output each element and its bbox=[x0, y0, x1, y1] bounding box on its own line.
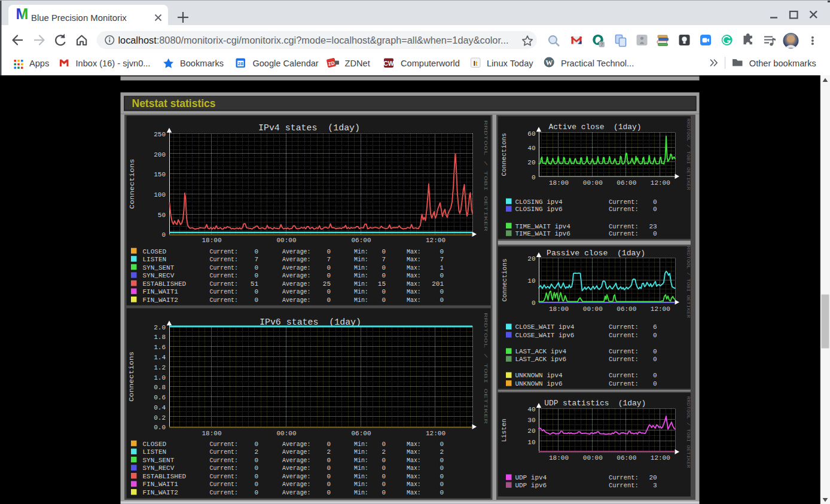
svg-text:IPv6 states (1day): IPv6 states (1day) bbox=[260, 317, 361, 327]
svg-text:0: 0 bbox=[326, 441, 331, 448]
svg-text:1.6: 1.6 bbox=[154, 344, 166, 351]
svg-text:Average:: Average: bbox=[282, 297, 311, 304]
svg-text:2.0: 2.0 bbox=[154, 324, 166, 331]
svg-text:7: 7 bbox=[254, 256, 258, 263]
svg-text:Apps: Apps bbox=[29, 59, 49, 68]
svg-text:Max:: Max: bbox=[407, 248, 421, 255]
svg-text:0: 0 bbox=[653, 380, 657, 387]
svg-text:Current:: Current: bbox=[609, 372, 639, 379]
svg-text:0: 0 bbox=[382, 457, 386, 464]
svg-text:06:00: 06:00 bbox=[351, 430, 371, 437]
svg-text:250: 250 bbox=[154, 131, 166, 138]
svg-text:Min:: Min: bbox=[354, 280, 368, 288]
svg-text:10: 10 bbox=[527, 439, 535, 446]
svg-text:Average:: Average: bbox=[282, 481, 311, 488]
svg-text:Current:: Current: bbox=[609, 206, 639, 213]
svg-text:LAST_ACK ipv6: LAST_ACK ipv6 bbox=[515, 356, 566, 363]
svg-text:W: W bbox=[545, 59, 553, 67]
svg-text:0: 0 bbox=[382, 441, 386, 448]
svg-text:Max:: Max: bbox=[407, 256, 421, 263]
svg-text:Inbox (16) - sjvn0...: Inbox (16) - sjvn0... bbox=[76, 59, 151, 68]
svg-text:0.8: 0.8 bbox=[154, 384, 166, 391]
svg-text:40: 40 bbox=[527, 406, 535, 413]
svg-text:0: 0 bbox=[254, 297, 258, 304]
svg-text:Current:: Current: bbox=[609, 198, 639, 206]
svg-text:0: 0 bbox=[382, 264, 386, 271]
svg-text:00:00: 00:00 bbox=[583, 179, 603, 187]
svg-text:Min:: Min: bbox=[354, 489, 368, 496]
svg-text:40: 40 bbox=[527, 145, 535, 152]
svg-text:Average:: Average: bbox=[282, 272, 311, 279]
svg-text:RRDTOOL / TOBI OETIKER: RRDTOOL / TOBI OETIKER bbox=[686, 396, 691, 469]
svg-text:CLOSE_WAIT ipv6: CLOSE_WAIT ipv6 bbox=[515, 332, 574, 339]
svg-text:00:00: 00:00 bbox=[276, 430, 296, 437]
svg-text:IPv4 states (1day): IPv4 states (1day) bbox=[258, 123, 360, 133]
svg-text:Current:: Current: bbox=[609, 380, 639, 387]
svg-text:Current:: Current: bbox=[609, 474, 639, 481]
svg-text:Netstat statistics: Netstat statistics bbox=[132, 97, 216, 109]
svg-text:0: 0 bbox=[161, 231, 166, 239]
svg-text:7: 7 bbox=[326, 256, 331, 263]
svg-text:Max:: Max: bbox=[407, 481, 421, 488]
svg-text:0: 0 bbox=[440, 297, 444, 304]
svg-text:06:00: 06:00 bbox=[617, 454, 636, 462]
svg-text:FIN_WAIT2: FIN_WAIT2 bbox=[143, 489, 178, 496]
svg-text:3: 3 bbox=[653, 482, 657, 489]
svg-text:18:00: 18:00 bbox=[549, 454, 569, 462]
svg-text:Current:: Current: bbox=[210, 256, 239, 263]
svg-text:LAST_ACK ipv4: LAST_ACK ipv4 bbox=[515, 348, 566, 355]
svg-text:0: 0 bbox=[326, 264, 331, 271]
svg-text:Current:: Current: bbox=[609, 230, 639, 237]
svg-text:Min:: Min: bbox=[354, 264, 368, 271]
svg-text:Average:: Average: bbox=[282, 288, 311, 295]
svg-text:Average:: Average: bbox=[282, 457, 311, 464]
svg-text:20: 20 bbox=[649, 474, 657, 481]
svg-text:Google Calendar: Google Calendar bbox=[252, 59, 318, 68]
svg-text:1.8: 1.8 bbox=[154, 334, 166, 341]
svg-text:UDP statistics (1day): UDP statistics (1day) bbox=[544, 399, 646, 408]
svg-text:150: 150 bbox=[154, 171, 166, 178]
svg-text:Current:: Current: bbox=[210, 481, 239, 488]
svg-text:Current:: Current: bbox=[609, 323, 639, 331]
svg-text:0: 0 bbox=[326, 457, 331, 464]
svg-text:Average:: Average: bbox=[282, 256, 311, 263]
svg-text:Other bookmarks: Other bookmarks bbox=[749, 59, 816, 68]
svg-text:100: 100 bbox=[154, 191, 166, 198]
svg-text:Average:: Average: bbox=[282, 489, 311, 496]
svg-text:Average:: Average: bbox=[282, 448, 311, 456]
svg-text:Max:: Max: bbox=[407, 473, 421, 480]
svg-text:18:00: 18:00 bbox=[549, 179, 569, 187]
svg-text:30: 30 bbox=[527, 417, 535, 424]
svg-text:0: 0 bbox=[254, 473, 258, 480]
svg-text:?: ? bbox=[600, 41, 603, 47]
svg-text:lt: lt bbox=[474, 60, 478, 67]
svg-text:CLOSE_WAIT ipv4: CLOSE_WAIT ipv4 bbox=[515, 323, 574, 331]
svg-text:0: 0 bbox=[326, 248, 331, 255]
svg-text:Connections: Connections bbox=[129, 352, 136, 402]
svg-text:60: 60 bbox=[527, 130, 535, 138]
svg-text:Min:: Min: bbox=[354, 448, 368, 456]
svg-text:Listen: Listen bbox=[501, 419, 508, 442]
svg-text:Max:: Max: bbox=[407, 457, 421, 464]
svg-text:50: 50 bbox=[158, 212, 166, 219]
svg-text:UNKNOWN ipv6: UNKNOWN ipv6 bbox=[515, 380, 562, 387]
svg-text:Average:: Average: bbox=[282, 465, 311, 472]
svg-text:0: 0 bbox=[653, 198, 657, 206]
svg-text:0: 0 bbox=[326, 489, 331, 496]
svg-text:RRDTOOL / TOBI OETIKER: RRDTOOL / TOBI OETIKER bbox=[483, 313, 488, 425]
svg-text:0: 0 bbox=[254, 481, 258, 488]
svg-text:0: 0 bbox=[254, 489, 258, 496]
svg-text:CLOSING ipv4: CLOSING ipv4 bbox=[515, 198, 563, 206]
svg-text:0: 0 bbox=[653, 206, 657, 213]
svg-text:2: 2 bbox=[254, 448, 258, 456]
svg-text:0.0: 0.0 bbox=[154, 424, 166, 431]
svg-text:6: 6 bbox=[653, 323, 657, 331]
svg-text:Max:: Max: bbox=[407, 489, 421, 496]
svg-text:1: 1 bbox=[440, 264, 444, 271]
svg-text:1.2: 1.2 bbox=[154, 364, 166, 371]
svg-text:Min:: Min: bbox=[354, 297, 368, 304]
svg-text:Average:: Average: bbox=[282, 248, 311, 255]
svg-text:Current:: Current: bbox=[210, 465, 239, 472]
svg-text:Current:: Current: bbox=[210, 280, 239, 288]
svg-text:0: 0 bbox=[382, 248, 386, 255]
